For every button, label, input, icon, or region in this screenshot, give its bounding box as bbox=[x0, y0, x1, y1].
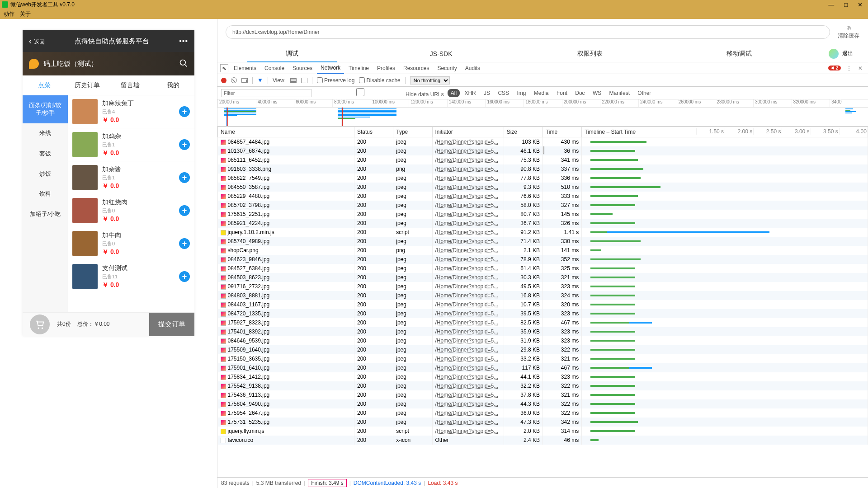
filter-type[interactable]: Other bbox=[634, 89, 654, 97]
url-bar[interactable]: http://dcxt.xswblog.top/Home/Dinner bbox=[226, 25, 830, 39]
request-row[interactable]: 084503_8623.jpg200jpeg/Home/Dinner?shopi… bbox=[218, 273, 868, 282]
request-row[interactable]: 091716_2732.jpg200jpeg/Home/Dinner?shopi… bbox=[218, 282, 868, 291]
request-row[interactable]: shopCar.png200png/Home/Dinner?shopid=5..… bbox=[218, 246, 868, 255]
request-row[interactable]: jquery.fly.min.js200script/Home/Dinner?s… bbox=[218, 427, 868, 436]
request-row[interactable]: 085822_7549.jpg200jpeg/Home/Dinner?shopi… bbox=[218, 174, 868, 183]
mode-tab[interactable]: JS-SDK bbox=[367, 45, 516, 62]
preserve-log-checkbox[interactable]: Preserve log bbox=[317, 77, 354, 84]
mode-tab[interactable]: 移动调试 bbox=[665, 45, 814, 62]
col-status[interactable]: Status bbox=[354, 127, 393, 137]
throttling-select[interactable]: No throttling bbox=[410, 76, 450, 84]
menu-action[interactable]: 动作 bbox=[4, 10, 14, 18]
request-row[interactable]: 175901_6410.jpg200jpeg/Home/Dinner?shopi… bbox=[218, 363, 868, 372]
phone-tab[interactable]: 历史订单 bbox=[66, 81, 108, 89]
phone-tab[interactable]: 我的 bbox=[151, 81, 194, 89]
devtools-tab[interactable]: Resources bbox=[400, 63, 433, 73]
window-maximize-button[interactable]: □ bbox=[844, 1, 848, 8]
errors-badge[interactable]: ✖ 2 bbox=[828, 66, 841, 70]
add-dish-button[interactable]: + bbox=[179, 106, 190, 117]
category-item[interactable]: 炒饭 bbox=[23, 164, 68, 184]
cart-icon[interactable] bbox=[30, 314, 50, 334]
devtools-close-icon[interactable]: ✕ bbox=[855, 65, 865, 71]
request-row[interactable]: 175509_1640.jpg200jpeg/Home/Dinner?shopi… bbox=[218, 345, 868, 354]
request-row[interactable]: 091603_3338.png200png/Home/Dinner?shopid… bbox=[218, 164, 868, 174]
filter-type[interactable]: JS bbox=[481, 89, 493, 97]
devtools-tab[interactable]: Console bbox=[261, 63, 288, 73]
request-row[interactable]: 085229_4480.jpg200jpeg/Home/Dinner?shopi… bbox=[218, 192, 868, 201]
request-row[interactable]: 084623_9846.jpg200jpeg/Home/Dinner?shopi… bbox=[218, 255, 868, 264]
request-row[interactable]: 084527_6384.jpg200jpeg/Home/Dinner?shopi… bbox=[218, 264, 868, 273]
add-dish-button[interactable]: + bbox=[179, 205, 190, 216]
request-row[interactable]: 101307_6874.jpg200jpeg/Home/Dinner?shopi… bbox=[218, 146, 868, 155]
devtools-tab[interactable]: Profiles bbox=[373, 63, 399, 73]
submit-order-button[interactable]: 提交订单 bbox=[149, 313, 194, 336]
filter-type[interactable]: XHR bbox=[461, 89, 479, 97]
phone-tab[interactable]: 点菜 bbox=[23, 81, 66, 89]
filter-type[interactable]: Font bbox=[553, 89, 571, 97]
request-row[interactable]: 175542_9138.jpg200jpeg/Home/Dinner?shopi… bbox=[218, 381, 868, 390]
timeline-overview[interactable]: 20000 ms40000 ms60000 ms80000 ms100000 m… bbox=[217, 99, 868, 127]
request-row[interactable]: 175436_9113.jpg200jpeg/Home/Dinner?shopi… bbox=[218, 390, 868, 399]
request-row[interactable]: 085111_6452.jpg200jpeg/Home/Dinner?shopi… bbox=[218, 155, 868, 164]
request-row[interactable]: 085740_4989.jpg200jpeg/Home/Dinner?shopi… bbox=[218, 237, 868, 246]
filter-input[interactable] bbox=[221, 89, 311, 97]
devtools-tab[interactable]: Security bbox=[434, 63, 460, 73]
col-initiator[interactable]: Initiator bbox=[432, 127, 504, 137]
view-frame-icon[interactable] bbox=[301, 78, 307, 83]
request-row[interactable]: 175954_2647.jpg200jpeg/Home/Dinner?shopi… bbox=[218, 408, 868, 418]
request-row[interactable]: 084403_1167.jpg200jpeg/Home/Dinner?shopi… bbox=[218, 300, 868, 309]
logout-button[interactable]: 退出 bbox=[814, 45, 868, 62]
devtools-tab[interactable]: Network bbox=[317, 63, 344, 74]
window-close-button[interactable]: ✕ bbox=[858, 1, 863, 8]
more-icon[interactable]: ••• bbox=[179, 37, 188, 45]
request-row[interactable]: 085702_3798.jpg200jpeg/Home/Dinner?shopi… bbox=[218, 201, 868, 210]
phone-tab[interactable]: 留言墙 bbox=[108, 81, 151, 89]
request-row[interactable]: 084803_8881.jpg200jpeg/Home/Dinner?shopi… bbox=[218, 291, 868, 300]
devtools-tab[interactable]: Audits bbox=[462, 63, 484, 73]
col-size[interactable]: Size bbox=[504, 127, 542, 137]
devtools-tab[interactable]: Sources bbox=[289, 63, 316, 73]
request-row[interactable]: 175804_9490.jpg200jpeg/Home/Dinner?shopi… bbox=[218, 399, 868, 408]
hide-data-urls-checkbox[interactable]: Hide data URLs bbox=[315, 88, 444, 98]
filter-type[interactable]: All bbox=[448, 89, 460, 97]
col-name[interactable]: Name bbox=[218, 127, 354, 137]
record-button[interactable] bbox=[221, 78, 226, 83]
filter-type[interactable]: Manifest bbox=[606, 89, 633, 97]
col-type[interactable]: Type bbox=[393, 127, 432, 137]
capture-screenshot-icon[interactable] bbox=[241, 78, 248, 83]
add-dish-button[interactable]: + bbox=[179, 172, 190, 183]
request-row[interactable]: 175731_5235.jpg200jpeg/Home/Dinner?shopi… bbox=[218, 418, 868, 427]
add-dish-button[interactable]: + bbox=[179, 271, 190, 282]
devtools-more-icon[interactable]: ⋮ bbox=[844, 65, 854, 71]
add-dish-button[interactable]: + bbox=[179, 238, 190, 249]
filter-type[interactable]: Img bbox=[514, 89, 529, 97]
request-row[interactable]: 084646_9539.jpg200jpeg/Home/Dinner?shopi… bbox=[218, 336, 868, 345]
filter-icon[interactable]: ▼ bbox=[257, 77, 263, 84]
add-dish-button[interactable]: + bbox=[179, 139, 190, 150]
request-row[interactable]: 084857_4484.jpg200jpeg/Home/Dinner?shopi… bbox=[218, 137, 868, 147]
clear-cache-button[interactable]: ⎚清除缓存 bbox=[837, 24, 860, 40]
request-row[interactable]: 084550_3587.jpg200jpeg/Home/Dinner?shopi… bbox=[218, 183, 868, 192]
disable-cache-checkbox[interactable]: Disable cache bbox=[359, 77, 400, 84]
category-item[interactable]: 米线 bbox=[23, 123, 68, 144]
request-row[interactable]: 175834_1412.jpg200jpeg/Home/Dinner?shopi… bbox=[218, 372, 868, 381]
mode-tab[interactable]: 权限列表 bbox=[516, 45, 665, 62]
devtools-tab[interactable]: Elements bbox=[230, 63, 260, 73]
network-request-table[interactable]: Name Status Type Initiator Size Time Tim… bbox=[217, 127, 868, 477]
mode-tab[interactable]: 调试 bbox=[217, 45, 367, 62]
request-row[interactable]: 175927_8323.jpg200jpeg/Home/Dinner?shopi… bbox=[218, 318, 868, 327]
request-row[interactable]: 175150_3635.jpg200jpeg/Home/Dinner?shopi… bbox=[218, 354, 868, 363]
request-row[interactable]: 084720_1335.jpg200jpeg/Home/Dinner?shopi… bbox=[218, 309, 868, 318]
category-item[interactable]: 加绍子/小吃 bbox=[23, 204, 68, 225]
request-row[interactable]: jquery.1.10.2.min.js200script/Home/Dinne… bbox=[218, 228, 868, 237]
filter-type[interactable]: Doc bbox=[572, 89, 588, 97]
request-row[interactable]: favicon.ico200x-iconOther2.4 KB46 ms bbox=[218, 436, 868, 445]
clear-button[interactable] bbox=[231, 77, 237, 83]
search-icon[interactable] bbox=[179, 59, 188, 69]
col-timeline[interactable]: Timeline – Start Time1.50 s2.00 s2.50 s3… bbox=[582, 127, 868, 137]
back-button[interactable]: ‹ 返回 bbox=[29, 37, 45, 46]
menu-about[interactable]: 关于 bbox=[20, 10, 31, 18]
devtools-tab[interactable]: Timeline bbox=[345, 63, 373, 73]
request-row[interactable]: 085921_4224.jpg200jpeg/Home/Dinner?shopi… bbox=[218, 219, 868, 228]
filter-type[interactable]: CSS bbox=[495, 89, 512, 97]
